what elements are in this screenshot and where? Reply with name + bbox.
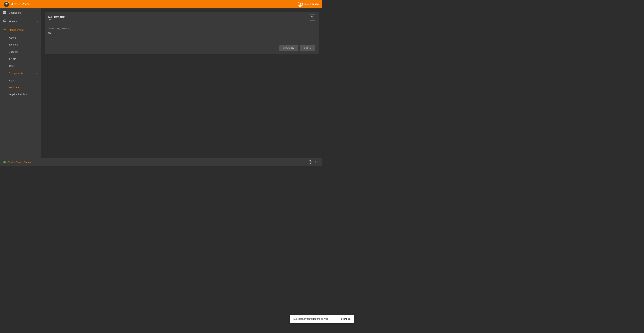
monitor-chevron-icon: › [37,20,38,23]
sidebar-item-label-users: Users [9,36,16,39]
sidebar-item-dashboard[interactable]: Dashboard [0,9,41,17]
username-label: GraphStudio [304,3,319,6]
svg-rect-7 [4,20,6,22]
sidebar-item-restpp[interactable]: RESTPP [0,84,41,91]
apply-button[interactable]: APPLY [300,45,315,51]
svg-rect-4 [5,11,6,12]
svg-point-1 [6,3,7,5]
sidebar-item-sso[interactable]: SSO [0,63,41,69]
card-body: Default query timeout (s) * [44,24,319,43]
bottom-right-icons [308,160,319,164]
svg-rect-5 [3,13,5,14]
cluster-status: Cluster Service Status [3,161,31,164]
power-button[interactable] [315,160,319,164]
svg-point-8 [4,29,6,30]
sidebar-item-label-sso: SSO [9,65,15,67]
sidebar-item-label-dashboard: Dashboard [9,11,38,14]
sidebar-item-nginx[interactable]: Nginx [0,77,41,84]
content-area: RESTPP Default query timeout (s) * [41,9,322,158]
sidebar-item-label-ldap: LDAP [9,58,16,61]
card-header-left: RESTPP [48,16,65,20]
logo-area: AdminPortal [3,1,30,7]
sidebar-item-label-app-server: Application Serv... [9,93,30,96]
header-right: GraphStudio [298,2,319,7]
user-avatar-icon [298,2,303,7]
sidebar-item-ldap[interactable]: LDAP [0,56,41,63]
sidebar-item-label-security: Security [3,50,34,53]
sidebar-item-label-management: Management [9,29,34,31]
form-field-timeout: Default query timeout (s) * [48,28,315,35]
refresh-button[interactable] [309,15,315,21]
timeout-input[interactable] [48,31,315,35]
dashboard-icon [3,11,6,15]
sidebar-item-monitor[interactable]: Monitor › [0,17,41,26]
svg-marker-10 [310,161,311,163]
sidebar-item-label-restpp: RESTPP [9,86,19,89]
sidebar-item-management[interactable]: Management ⌄ [0,26,41,34]
card-header: RESTPP [44,12,319,24]
restpp-card: RESTPP Default query timeout (s) * [44,12,319,54]
header-left: AdminPortal [3,1,39,7]
card-title: RESTPP [54,16,65,19]
top-header: AdminPortal GraphStudio [0,0,322,9]
bottom-bar: Cluster Service Status [0,158,322,166]
cluster-status-label: Cluster Service Status [8,161,31,164]
play-button[interactable] [308,160,312,164]
main-layout: Dashboard Monitor › Management ⌄ [0,9,322,158]
card-actions: DISCARD APPLY [44,43,319,54]
menu-button[interactable] [34,2,39,6]
app-title: AdminPortal [11,2,30,6]
logo-icon [3,1,10,7]
sidebar-item-app-server[interactable]: Application Serv... [0,91,41,98]
sidebar-item-label-nginx: Nginx [9,79,16,82]
sidebar-item-components[interactable]: Components ⌄ [0,69,41,77]
sidebar-item-label-license: License [9,43,18,46]
sidebar-item-label-monitor: Monitor [9,20,35,23]
security-chevron-icon: ⌄ [36,51,38,53]
svg-rect-3 [3,11,5,12]
management-chevron-icon: ⌄ [36,29,38,31]
sidebar-item-security[interactable]: Security ⌄ [0,48,41,56]
sidebar: Dashboard Monitor › Management ⌄ [0,9,41,158]
status-dot-icon [3,161,6,163]
sidebar-item-license[interactable]: License [0,41,41,48]
management-icon [3,28,6,32]
discard-button[interactable]: DISCARD [280,45,298,51]
components-chevron-icon: ⌄ [36,72,38,75]
sidebar-item-users[interactable]: Users [0,34,41,41]
svg-rect-6 [5,13,6,14]
form-label-timeout: Default query timeout (s) * [48,28,315,30]
monitor-icon [3,19,6,23]
svg-point-2 [300,3,301,4]
sidebar-item-label-components: Components [3,72,34,75]
shield-check-icon [48,16,52,20]
